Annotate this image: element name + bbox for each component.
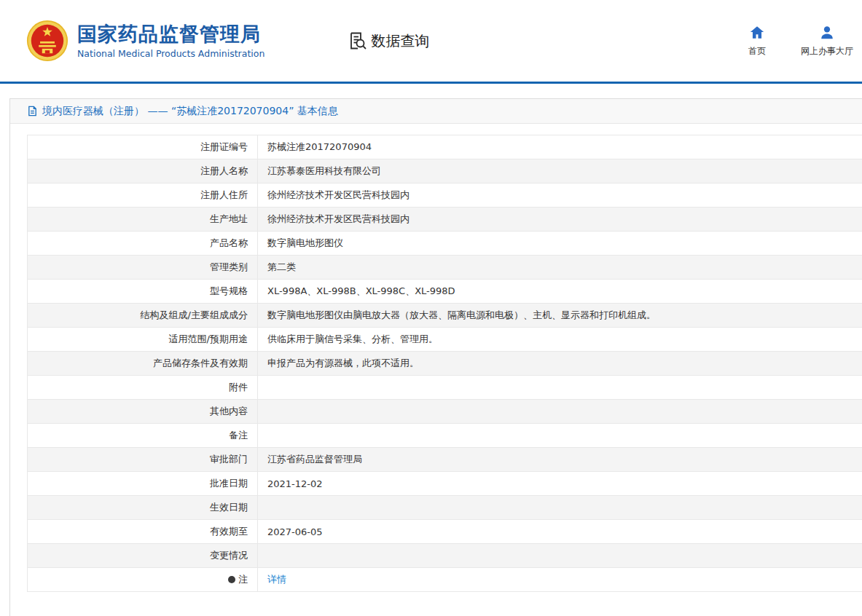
row-value (258, 400, 862, 424)
row-value: 数字脑电地形图仪 (258, 232, 862, 256)
top-nav: 首页 网上办事大厅 (748, 25, 856, 58)
data-query-section[interactable]: 数据查询 (348, 31, 429, 51)
table-row: 注册人名称江苏慕泰医用科技有限公司 (28, 159, 862, 183)
table-row: 变更情况 (28, 544, 862, 568)
row-value (258, 496, 862, 520)
table-row: 结构及组成/主要组成成分数字脑电地形图仪由脑电放大器（放大器、隔离电源和电极）、… (28, 304, 862, 328)
row-label: 变更情况 (28, 544, 258, 568)
row-label: 产品储存条件及有效期 (28, 352, 258, 376)
nav-service-hall-label: 网上办事大厅 (801, 45, 853, 58)
row-label: 附件 (28, 376, 258, 400)
row-label: 其他内容 (28, 400, 258, 424)
row-value: XL-998A、XL-998B、XL-998C、XL-998D (258, 280, 862, 304)
row-label: 产品名称 (28, 232, 258, 256)
site-header: 国家药品监督管理局 National Medical Products Admi… (0, 0, 862, 82)
row-label: 审批部门 (28, 448, 258, 472)
nav-service-hall[interactable]: 网上办事大厅 (801, 25, 853, 58)
nav-home-label: 首页 (748, 45, 766, 58)
row-label: 注册人名称 (28, 159, 258, 183)
row-label: 注 (28, 568, 258, 592)
row-label: 管理类别 (28, 256, 258, 280)
row-value: 第二类 (258, 256, 862, 280)
main-area: 境内医疗器械（注册） —— “苏械注准20172070904” 基本信息 注册证… (0, 84, 862, 616)
row-value: 徐州经济技术开发区民营科技园内 (258, 183, 862, 208)
row-value: 徐州经济技术开发区民营科技园内 (258, 208, 862, 232)
details-link[interactable]: 详情 (267, 574, 286, 585)
row-value: 苏械注准20172070904 (258, 135, 862, 159)
table-row: 生效日期 (28, 496, 862, 520)
row-value: 详情 (258, 568, 862, 592)
row-label: 有效期至 (28, 520, 258, 544)
page-title-bar: 境内医疗器械（注册） —— “苏械注准20172070904” 基本信息 (10, 99, 862, 124)
org-name-cn: 国家药品监督管理局 (77, 23, 265, 45)
table-row: 附件 (28, 376, 862, 400)
table-row: 审批部门江苏省药品监督管理局 (28, 448, 862, 472)
row-value (258, 544, 862, 568)
table-row: 产品储存条件及有效期申报产品为有源器械，此项不适用。 (28, 352, 862, 376)
row-label: 结构及组成/主要组成成分 (28, 304, 258, 328)
row-value: 江苏慕泰医用科技有限公司 (258, 159, 862, 183)
row-label: 适用范围/预期用途 (28, 328, 258, 352)
table-row: 批准日期2021-12-02 (28, 472, 862, 496)
row-value: 申报产品为有源器械，此项不适用。 (258, 352, 862, 376)
nmpa-emblem-logo (26, 20, 68, 62)
user-icon (819, 25, 835, 41)
table-row: 有效期至2027-06-05 (28, 520, 862, 544)
row-value (258, 376, 862, 400)
org-name-en: National Medical Products Administration (77, 48, 265, 59)
brand-group: 国家药品监督管理局 National Medical Products Admi… (26, 20, 429, 62)
note-icon (228, 576, 235, 583)
table-row: 产品名称数字脑电地形图仪 (28, 232, 862, 256)
row-label: 生产地址 (28, 208, 258, 232)
table-row: 注册人住所徐州经济技术开发区民营科技园内 (28, 183, 862, 208)
brand-text: 国家药品监督管理局 National Medical Products Admi… (77, 23, 265, 58)
row-label: 生效日期 (28, 496, 258, 520)
row-label: 批准日期 (28, 472, 258, 496)
row-value: 供临床用于脑信号采集、分析、管理用。 (258, 328, 862, 352)
table-row: 生产地址徐州经济技术开发区民营科技园内 (28, 208, 862, 232)
row-value: 江苏省药品监督管理局 (258, 448, 862, 472)
row-value: 2021-12-02 (258, 472, 862, 496)
table-row: 型号规格XL-998A、XL-998B、XL-998C、XL-998D (28, 280, 862, 304)
page-title: 境内医疗器械（注册） —— “苏械注准20172070904” 基本信息 (42, 105, 338, 118)
row-value (258, 424, 862, 448)
row-label: 注册证编号 (28, 135, 258, 159)
data-query-icon (348, 31, 367, 50)
row-label: 注册人住所 (28, 183, 258, 208)
table-row: 适用范围/预期用途供临床用于脑信号采集、分析、管理用。 (28, 328, 862, 352)
table-row: 其他内容 (28, 400, 862, 424)
nav-home[interactable]: 首页 (748, 25, 766, 58)
row-label: 备注 (28, 424, 258, 448)
table-row: 注详情 (28, 568, 862, 592)
row-value: 2027-06-05 (258, 520, 862, 544)
home-icon (749, 25, 765, 41)
table-row: 管理类别第二类 (28, 256, 862, 280)
section-title: 数据查询 (371, 31, 429, 51)
document-icon (27, 106, 38, 117)
info-table: 注册证编号苏械注准20172070904注册人名称江苏慕泰医用科技有限公司注册人… (27, 135, 862, 592)
row-label: 型号规格 (28, 280, 258, 304)
content-box: 境内医疗器械（注册） —— “苏械注准20172070904” 基本信息 注册证… (9, 98, 862, 616)
row-value: 数字脑电地形图仪由脑电放大器（放大器、隔离电源和电极）、主机、显示器和打印机组成… (258, 304, 862, 328)
table-row: 注册证编号苏械注准20172070904 (28, 135, 862, 159)
table-row: 备注 (28, 424, 862, 448)
